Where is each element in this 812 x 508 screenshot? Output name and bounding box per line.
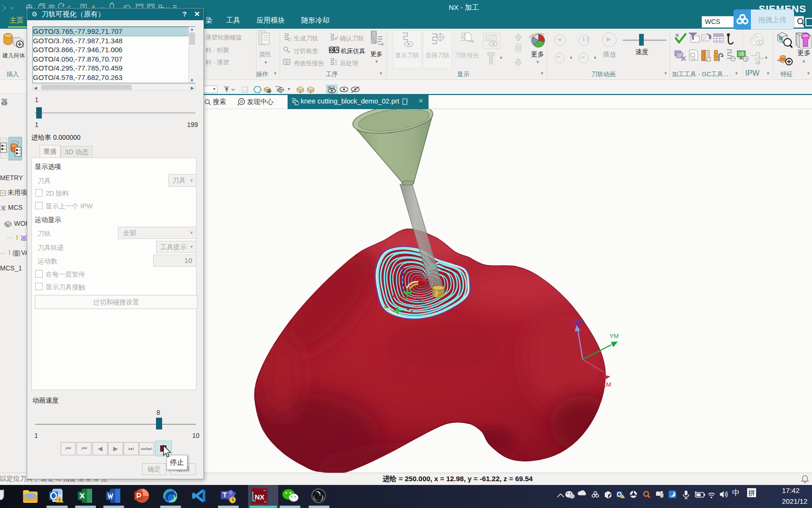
svg-text:17:42: 17:42 — [782, 486, 800, 494]
svg-text:NX: NX — [255, 493, 265, 501]
svg-text:拼: 拼 — [748, 489, 755, 497]
svg-text:YM: YM — [609, 333, 619, 340]
svg-text:中: 中 — [732, 489, 740, 497]
svg-text:2021/12: 2021/12 — [782, 497, 807, 505]
svg-text:ZM: ZM — [574, 319, 583, 326]
svg-text:XM: XM — [602, 381, 611, 388]
